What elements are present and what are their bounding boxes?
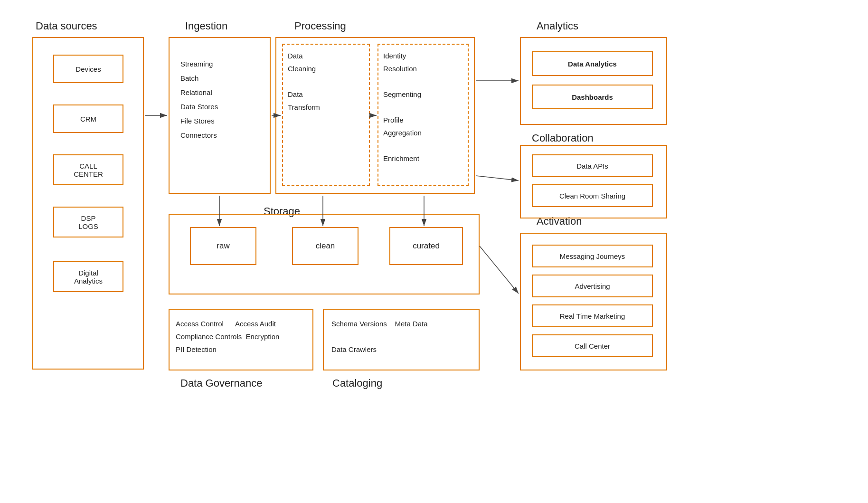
call-center-box2: Call Center — [532, 334, 653, 357]
cataloging-title: Cataloging — [332, 377, 382, 389]
clean-room-sharing-box: Clean Room Sharing — [532, 184, 653, 207]
data-cleaning-box: DataCleaningDataTransform — [282, 44, 370, 186]
svg-line-6 — [480, 246, 519, 294]
digital-analytics-box: DigitalAnalytics — [53, 261, 123, 292]
advertising-box: Advertising — [532, 275, 653, 297]
svg-line-5 — [476, 176, 519, 180]
analytics-title: Analytics — [537, 20, 578, 32]
diagram: Data sources Ingestion Processing Analyt… — [0, 0, 868, 503]
messaging-journeys-box: Messaging Journeys — [532, 245, 653, 267]
dsp-logs-box: DSPLOGS — [53, 207, 123, 237]
processing-title: Processing — [294, 20, 346, 32]
cataloging-items: Schema Versions Meta DataData Crawlers — [331, 317, 428, 356]
ingestion-title: Ingestion — [185, 20, 227, 32]
call-center-box: CALLCENTER — [53, 154, 123, 185]
identity-text: IdentityResolutionSegmentingProfileAggre… — [378, 45, 468, 170]
data-cleaning-text: DataCleaningDataTransform — [283, 45, 369, 118]
real-time-marketing-box: Real Time Marketing — [532, 304, 653, 327]
raw-box: raw — [190, 227, 256, 265]
data-governance-title: Data Governance — [180, 377, 262, 389]
devices-box: Devices — [53, 55, 123, 83]
data-sources-box — [32, 37, 144, 370]
clean-box: clean — [292, 227, 359, 265]
data-sources-title: Data sources — [36, 20, 97, 32]
dashboards-box: Dashboards — [532, 85, 653, 109]
curated-box: curated — [389, 227, 463, 265]
identity-box: IdentityResolutionSegmentingProfileAggre… — [377, 44, 469, 186]
analytics-outer-box — [520, 37, 667, 125]
crm-box: CRM — [53, 104, 123, 133]
data-apis-box: Data APIs — [532, 154, 653, 177]
data-governance-items: Access Control Access AuditCompliance Co… — [176, 317, 279, 356]
data-analytics-box: Data Analytics — [532, 51, 653, 76]
ingestion-items: StreamingBatchRelationalData StoresFile … — [180, 57, 218, 142]
collaboration-title: Collaboration — [532, 132, 594, 144]
